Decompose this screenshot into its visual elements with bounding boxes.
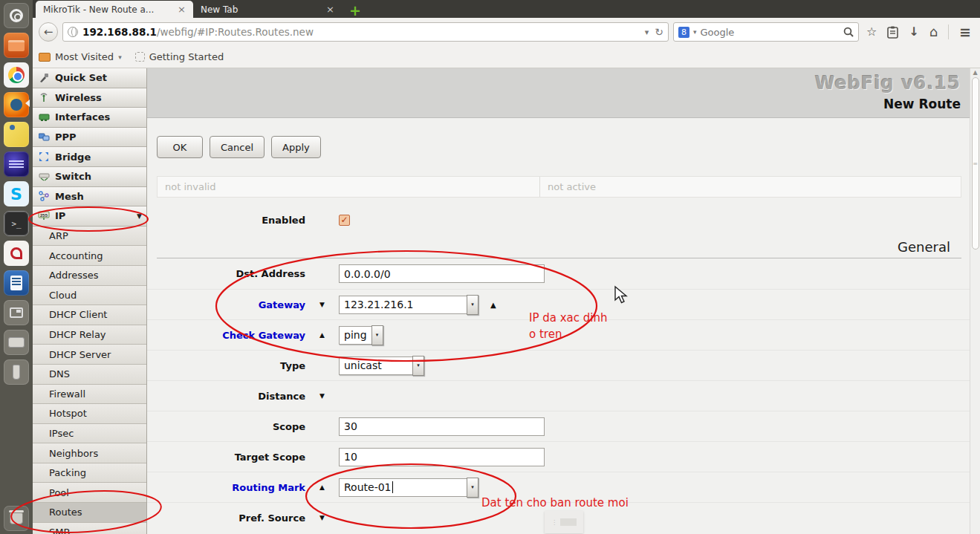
- page-content: Quick Set Wireless Interfaces PPP Bridge…: [33, 68, 980, 534]
- tab-mikrotik[interactable]: MikroTik - New Route a... ×: [36, 1, 193, 18]
- cancel-button[interactable]: Cancel: [210, 136, 265, 158]
- pref-source-expand-icon[interactable]: ▼: [305, 514, 339, 521]
- sidebar-item-neighbors[interactable]: Neighbors: [33, 443, 146, 463]
- terminal-icon[interactable]: >_: [4, 211, 29, 236]
- sidebar-item-dhcp-server[interactable]: DHCP Server: [33, 345, 146, 365]
- check-gateway-select[interactable]: ping: [339, 326, 372, 345]
- routing-mark-input[interactable]: Route-01: [339, 478, 467, 497]
- chevron-down-icon: ▾: [118, 53, 122, 61]
- sticky-notes-icon[interactable]: [4, 122, 29, 147]
- check-gateway-dropdown-button[interactable]: ▾: [371, 325, 383, 345]
- sidebar-item-packing[interactable]: Packing: [33, 463, 146, 483]
- sidebar-item-dhcp-relay[interactable]: DHCP Relay: [33, 325, 146, 345]
- home-icon[interactable]: ⌂: [929, 25, 938, 39]
- sidebar-item-switch[interactable]: Switch: [33, 167, 146, 187]
- sidebar-item-wireless[interactable]: Wireless: [33, 88, 146, 108]
- chrome-icon[interactable]: [4, 62, 29, 88]
- files-icon[interactable]: [4, 33, 29, 58]
- menu-icon[interactable]: ≡: [959, 25, 971, 39]
- target-scope-label: Target Scope: [157, 452, 305, 463]
- sidebar-item-hotspot[interactable]: Hotspot: [33, 404, 146, 424]
- sidebar-item-smb[interactable]: SMB: [33, 523, 146, 534]
- reload-icon[interactable]: ↻: [655, 26, 663, 38]
- scroll-up-icon[interactable]: ▲: [973, 69, 977, 76]
- tab-new-tab[interactable]: New Tab ×: [193, 1, 342, 18]
- sidebar-item-arp[interactable]: ARP: [33, 227, 146, 247]
- gateway-input[interactable]: [339, 296, 467, 314]
- engine-dropdown-icon[interactable]: ▾: [693, 28, 697, 36]
- bookmarks-clipboard-icon[interactable]: [887, 26, 898, 39]
- type-dropdown-button[interactable]: ▾: [412, 356, 424, 376]
- sidebar-item-ppp[interactable]: PPP: [33, 128, 146, 148]
- routing-mark-dropdown-button[interactable]: ▾: [467, 478, 478, 498]
- target-scope-input[interactable]: [339, 448, 545, 466]
- firefox-icon[interactable]: [4, 92, 29, 117]
- routing-mark-label: Routing Mark: [157, 482, 305, 493]
- gateway-collapse-icon[interactable]: ▼: [305, 301, 339, 308]
- url-dropdown-icon[interactable]: ▾: [645, 27, 649, 37]
- sidebar-item-pool[interactable]: Pool: [33, 483, 146, 503]
- default-favicon-icon: [135, 52, 145, 62]
- form-row-gateway: Gateway ▼ ▾ ▲: [147, 289, 970, 319]
- sidebar-item-accounting[interactable]: Accounting: [33, 246, 146, 266]
- search-input[interactable]: [700, 27, 839, 38]
- mesh-icon: [37, 191, 51, 201]
- type-select[interactable]: unicast: [339, 356, 413, 375]
- bridge-icon: [37, 152, 51, 162]
- sidebar-item-cloud[interactable]: Cloud: [33, 286, 146, 306]
- url-bar[interactable]: 192.168.88.1/webfig/#IP:Routes.Routes.ne…: [62, 22, 669, 42]
- gateway-label: Gateway: [157, 299, 305, 310]
- tab-close-icon[interactable]: ×: [178, 4, 186, 15]
- route-form: OK Cancel Apply not invalid not active E…: [147, 118, 970, 534]
- sidebar-item-bridge[interactable]: Bridge: [33, 147, 146, 167]
- bookmark-star-icon[interactable]: ☆: [866, 26, 877, 38]
- dash-home-icon[interactable]: [4, 3, 29, 28]
- sidebar-item-mesh[interactable]: Mesh: [33, 187, 146, 207]
- form-row-check-gateway: Check Gateway ▲ ping ▾: [147, 319, 970, 350]
- sidebar-item-ip[interactable]: 255IP▼: [33, 206, 146, 227]
- workspace-switcher-icon[interactable]: [4, 300, 29, 325]
- apply-button[interactable]: Apply: [271, 136, 321, 158]
- back-button[interactable]: ←: [39, 22, 58, 42]
- disk-utility-icon[interactable]: [4, 330, 29, 355]
- tab-close-icon[interactable]: ×: [326, 4, 334, 15]
- distance-label: Distance: [157, 391, 305, 402]
- form-row-routing-mark: Routing Mark ▲ Route-01 ▾: [147, 472, 970, 502]
- skype-icon[interactable]: S: [4, 181, 29, 206]
- sidebar-item-dhcp-client[interactable]: DHCP Client: [33, 305, 146, 325]
- downloads-icon[interactable]: ↓: [909, 26, 918, 38]
- sidebar-item-ipsec[interactable]: IPsec: [33, 424, 146, 444]
- sidebar-item-addresses[interactable]: Addresses: [33, 266, 146, 286]
- bookmark-getting-started[interactable]: Getting Started: [135, 51, 224, 62]
- scope-input[interactable]: [339, 417, 545, 436]
- usb-drive-icon[interactable]: [4, 359, 29, 385]
- scrollbar-thumb[interactable]: ≡: [972, 77, 979, 250]
- document-viewer-icon[interactable]: [4, 241, 29, 266]
- browser-window: MikroTik - New Route a... × New Tab × + …: [33, 0, 980, 534]
- bookmark-most-visited[interactable]: Most Visited ▾: [39, 51, 122, 62]
- sidebar-item-quick-set[interactable]: Quick Set: [33, 68, 146, 88]
- gateway-remove-icon[interactable]: ▲: [490, 301, 496, 309]
- ok-button[interactable]: OK: [157, 136, 203, 158]
- check-gateway-collapse-icon[interactable]: ▲: [305, 331, 339, 339]
- search-icon[interactable]: [843, 27, 854, 37]
- sidebar-item-interfaces[interactable]: Interfaces: [33, 108, 146, 128]
- gateway-dropdown-button[interactable]: ▾: [467, 295, 478, 315]
- libreoffice-writer-icon[interactable]: [4, 270, 29, 296]
- distance-expand-icon[interactable]: ▼: [305, 392, 339, 400]
- enabled-checkbox[interactable]: ✓: [339, 215, 350, 226]
- dst-address-input[interactable]: [339, 264, 545, 283]
- routing-mark-collapse-icon[interactable]: ▲: [305, 483, 339, 491]
- sidebar-item-firewall[interactable]: Firewall: [33, 385, 146, 405]
- webfig-header: WebFig v6.15 New Route: [147, 68, 970, 118]
- svg-text:255: 255: [40, 213, 48, 218]
- sidebar-item-routes[interactable]: Routes: [33, 503, 146, 523]
- sidebar-item-dns[interactable]: DNS: [33, 365, 146, 385]
- toolbar-divider: [948, 25, 949, 39]
- status-bar: not invalid not active: [157, 176, 961, 198]
- url-text: 192.168.88.1/webfig/#IP:Routes.Routes.ne…: [82, 26, 314, 38]
- trash-icon[interactable]: [4, 506, 29, 531]
- eclipse-icon[interactable]: [4, 152, 29, 177]
- new-tab-button[interactable]: +: [349, 3, 361, 18]
- search-bar[interactable]: 8 ▾: [673, 22, 859, 42]
